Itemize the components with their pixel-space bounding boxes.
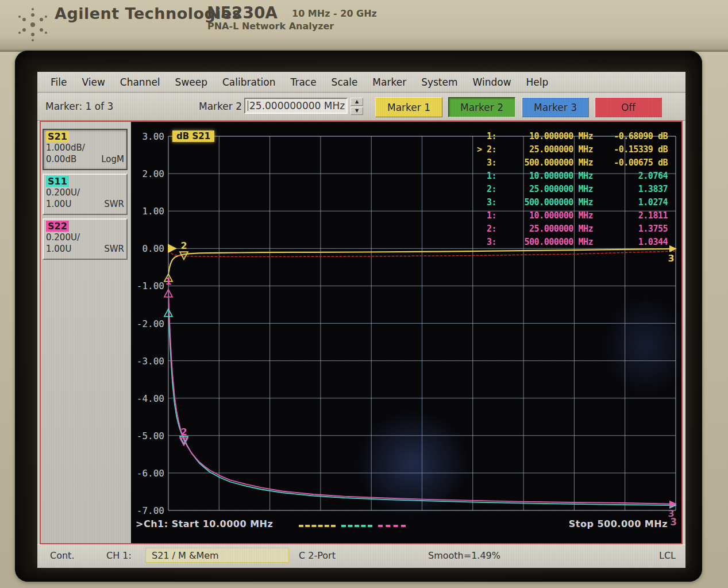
off-button[interactable]: Off [595, 97, 662, 117]
menu-bar: FileViewChannelSweepCalibrationTraceScal… [37, 72, 685, 93]
menu-item-scale[interactable]: Scale [324, 76, 365, 88]
channel-status: CH 1: [106, 550, 132, 561]
menu-item-view[interactable]: View [74, 76, 112, 88]
trace-button-s21[interactable]: S211.000dB/LogM0.00dB [43, 129, 128, 170]
measurement-status: S21 / M &Mem [152, 550, 219, 561]
gpib-status: LCL [659, 550, 676, 561]
marker-readout-row: 3:500.000000 MHz1.0274 [467, 197, 668, 207]
reference-level-arrow [168, 244, 177, 253]
text-caret [248, 101, 248, 111]
measurement-status-box: S21 / M &Mem [145, 548, 289, 563]
channel-window: S211.000dB/LogM0.00dBS110.200U/SWR1.00US… [40, 121, 683, 544]
marker-readout-row: 3:500.000000 MHz-0.00675 dB [467, 157, 668, 168]
menu-item-help[interactable]: Help [519, 76, 556, 88]
graph-area[interactable]: 3.002.001.000.00-1.00-2.00-3.00-4.00-5.0… [131, 122, 681, 543]
marker-readout-row: 1:10.000000 MHz-0.68090 dB [467, 131, 668, 141]
product-name: PNA-L Network Analyzer [207, 21, 334, 32]
y-axis-tick-label: -5.00 [137, 431, 164, 441]
y-axis-tick-label: 3.00 [142, 131, 164, 142]
trace-ref-format: SWR1.00U [46, 198, 124, 210]
y-axis-tick-label: -7.00 [137, 505, 164, 516]
trace-scale: 0.200U/ [46, 232, 124, 243]
marker-readout-row: 3:500.000000 MHz1.0344 [467, 237, 668, 247]
active-trace-label: dB S21 [172, 130, 214, 142]
s21-trace-swatch [299, 525, 336, 527]
marker-number-label: 3 [668, 253, 674, 264]
model-number: N5230A [207, 3, 278, 22]
marker-readout-row: 2:25.000000 MHz1.3837 [467, 184, 668, 194]
marker-3-button[interactable]: Marker 3 [522, 97, 589, 117]
trace-name-chip: S11 [46, 176, 69, 187]
trace-name-chip: S22 [46, 221, 69, 232]
marker-readout-row: 1:10.000000 MHz2.1811 [467, 210, 668, 221]
marker-frequency-stepper: ▲ ▼ [350, 98, 363, 115]
menu-item-channel[interactable]: Channel [113, 76, 168, 88]
trace-scale: 0.200U/ [46, 187, 124, 198]
marker-readout-row: 1:10.000000 MHz2.0764 [467, 171, 668, 181]
marker-status-text: Marker: 1 of 3 [45, 101, 113, 112]
y-axis-tick-label: -4.00 [137, 393, 164, 404]
calibration-status: C 2-Port [299, 550, 336, 561]
s11-trace-swatch [341, 525, 372, 527]
trace-status-sidebar: S211.000dB/LogM0.00dBS110.200U/SWR1.00US… [41, 122, 132, 543]
trace-button-s11[interactable]: S110.200U/SWR1.00U [43, 174, 128, 215]
menu-item-system[interactable]: System [414, 76, 465, 88]
lcd-screen: FileViewChannelSweepCalibrationTraceScal… [37, 72, 685, 567]
marker-number-label: 2 [180, 426, 187, 437]
menu-item-file[interactable]: File [43, 76, 74, 88]
menu-item-marker[interactable]: Marker [365, 76, 414, 88]
status-bar: Cont. CH 1: S21 / M &Mem C 2-Port Smooth… [37, 544, 685, 568]
y-axis-tick-label: 0.00 [142, 243, 164, 254]
y-axis-tick-label: 2.00 [142, 168, 164, 179]
trace-button-s22[interactable]: S220.200U/SWR1.00U [43, 218, 128, 260]
trace-name-chip: S21 [46, 131, 69, 142]
agilent-starburst-icon [16, 8, 49, 41]
marker-number-label: 2 [180, 240, 187, 251]
menu-item-trace[interactable]: Trace [283, 76, 324, 88]
y-axis-tick-label: -3.00 [137, 356, 164, 367]
y-axis-tick-label: 1.00 [142, 206, 164, 217]
menu-item-window[interactable]: Window [465, 76, 519, 88]
menu-item-sweep[interactable]: Sweep [168, 76, 215, 88]
marker-field-label: Marker 2 [199, 101, 242, 112]
y-axis-tick-label: -6.00 [137, 468, 164, 479]
sweep-start-label: >Ch1: Start 10.0000 MHz [136, 518, 273, 529]
trace-ref-format: LogM0.00dB [46, 153, 124, 165]
marker-readout-row: 2:25.000000 MHz1.3755 [467, 224, 668, 234]
frequency-range: 10 MHz - 20 GHz [292, 8, 377, 19]
marker-2-button[interactable]: Marker 2 [448, 97, 515, 117]
marker-toolbar: Marker: 1 of 3 Marker 2 25.000000000 MHz… [37, 93, 685, 121]
trace-ref-format: SWR1.00U [46, 243, 124, 255]
sweep-mode-status: Cont. [50, 550, 74, 561]
marker3-corner-label: 3 [670, 516, 677, 528]
smoothing-status: Smooth=1.49% [428, 550, 500, 561]
marker-readout-row: > 2:25.000000 MHz-0.15339 dB [467, 144, 668, 155]
stepper-down-button[interactable]: ▼ [350, 107, 363, 115]
marker-frequency-value: 25.000000000 MHz [249, 100, 345, 112]
y-axis-tick-label: -2.00 [137, 318, 164, 329]
s22-trace-swatch [378, 525, 406, 527]
marker-1-button[interactable]: Marker 1 [375, 97, 442, 117]
stepper-up-button[interactable]: ▲ [350, 98, 363, 106]
y-axis-tick-label: -1.00 [137, 280, 164, 291]
marker-number-label: 1 [165, 276, 171, 287]
sweep-stop-label: Stop 500.000 MHz [569, 518, 668, 529]
instrument-top-panel: Agilent Technologies N5230A 10 MHz - 20 … [0, 0, 728, 52]
marker-frequency-input[interactable]: 25.000000000 MHz [244, 98, 348, 114]
menu-item-calibration[interactable]: Calibration [215, 76, 283, 88]
trace-scale: 1.000dB/ [46, 142, 124, 153]
